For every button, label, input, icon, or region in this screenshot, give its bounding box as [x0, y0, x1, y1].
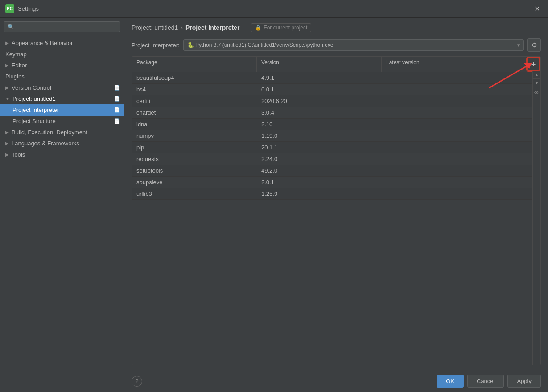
- bottom-actions: OK Cancel Apply: [437, 375, 541, 388]
- sidebar-nav: ▶ Appearance & Behavior Keymap ▶ Editor …: [0, 36, 124, 392]
- sidebar-item-editor[interactable]: ▶ Editor: [0, 60, 124, 71]
- package-cell: pip: [132, 142, 257, 153]
- breadcrumb: Project: untitled1 › Project Interpreter…: [124, 18, 548, 36]
- table-row[interactable]: idna2.10: [132, 119, 540, 130]
- sidebar-item-label: Build, Execution, Deployment: [12, 129, 87, 136]
- table-row[interactable]: chardet3.0.4: [132, 107, 540, 119]
- latest-version-cell: [382, 142, 540, 153]
- scroll-up-button[interactable]: ▲: [533, 71, 541, 79]
- add-package-button[interactable]: +: [527, 58, 540, 71]
- column-package: Package: [132, 57, 257, 72]
- breadcrumb-project: Project: untitled1: [132, 24, 178, 31]
- ok-button[interactable]: OK: [437, 375, 464, 388]
- eye-button[interactable]: 👁: [533, 89, 541, 97]
- latest-version-cell: [382, 165, 540, 176]
- help-button[interactable]: ?: [132, 376, 142, 387]
- sidebar-item-label: Plugins: [5, 73, 25, 80]
- version-cell: 1.25.9: [257, 188, 382, 199]
- version-cell: 49.2.0: [257, 165, 382, 176]
- interpreter-select[interactable]: 🐍 Python 3.7 (untitled1) G:\untitled1\ve…: [183, 39, 524, 51]
- sidebar-item-label: Project Interpreter: [12, 107, 59, 113]
- table-row[interactable]: bs40.0.1: [132, 84, 540, 95]
- search-input[interactable]: [4, 21, 120, 32]
- package-cell: setuptools: [132, 165, 257, 176]
- sidebar-item-label: Keymap: [5, 51, 27, 58]
- table-row[interactable]: numpy1.19.0: [132, 130, 540, 142]
- window-title: Settings: [18, 5, 39, 12]
- sidebar-item-label: Version Control: [12, 84, 51, 91]
- table-row[interactable]: pip20.1.1: [132, 142, 540, 153]
- copy-icon: 📄: [114, 96, 120, 102]
- package-cell: beautifulsoup4: [132, 72, 257, 83]
- table-row[interactable]: requests2.24.0: [132, 153, 540, 165]
- latest-version-cell: [382, 177, 540, 188]
- latest-version-cell: [382, 153, 540, 165]
- sidebar-item-tools[interactable]: ▶ Tools: [0, 149, 124, 160]
- sidebar-item-label: Languages & Frameworks: [12, 140, 79, 147]
- arrow-icon: ▶: [5, 63, 9, 68]
- table-row[interactable]: certifi2020.6.20: [132, 95, 540, 107]
- table-header: Package Version Latest version +: [132, 57, 540, 72]
- sidebar-item-version-control[interactable]: ▶ Version Control 📄: [0, 82, 124, 93]
- app-icon: PC: [5, 4, 14, 13]
- add-button-cell: +: [526, 57, 540, 72]
- for-current-project: 🔒 For current project: [251, 23, 311, 32]
- sidebar-item-label: Project: untitled1: [12, 95, 56, 102]
- sidebar-item-keymap[interactable]: Keymap: [0, 49, 124, 60]
- sidebar-item-label: Project Structure: [12, 118, 56, 124]
- arrow-icon: ▶: [5, 85, 9, 90]
- title-bar: PC Settings ✕: [0, 0, 548, 18]
- scroll-down-button[interactable]: ▼: [533, 79, 541, 87]
- version-cell: 1.19.0: [257, 130, 382, 141]
- sidebar: ▶ Appearance & Behavior Keymap ▶ Editor …: [0, 18, 124, 392]
- table-scrollbar: ▲ ▼ 👁: [532, 71, 540, 365]
- latest-version-cell: [382, 119, 540, 130]
- sidebar-item-languages[interactable]: ▶ Languages & Frameworks: [0, 138, 124, 149]
- gear-button[interactable]: ⚙: [527, 38, 541, 52]
- version-cell: 2020.6.20: [257, 95, 382, 107]
- sidebar-item-label: Editor: [12, 62, 27, 69]
- version-cell: 2.10: [257, 119, 382, 130]
- arrow-icon: ▶: [5, 130, 9, 135]
- content-area: Project: untitled1 › Project Interpreter…: [124, 18, 548, 392]
- package-cell: chardet: [132, 107, 257, 118]
- help-icon: ?: [135, 378, 138, 384]
- sidebar-item-appearance[interactable]: ▶ Appearance & Behavior: [0, 37, 124, 49]
- arrow-icon: ▼: [5, 96, 10, 101]
- copy-icon: 📄: [114, 85, 120, 91]
- version-cell: 2.24.0: [257, 153, 382, 165]
- close-button[interactable]: ✕: [532, 4, 543, 14]
- latest-version-cell: [382, 130, 540, 141]
- sidebar-item-project-structure[interactable]: Project Structure 📄: [0, 116, 124, 127]
- sidebar-item-project-interpreter[interactable]: Project Interpreter 📄: [0, 104, 124, 116]
- sidebar-item-label: Appearance & Behavior: [12, 40, 73, 46]
- version-cell: 2.0.1: [257, 177, 382, 188]
- sidebar-item-plugins[interactable]: Plugins: [0, 71, 124, 82]
- column-version: Version: [257, 57, 382, 72]
- sidebar-item-label: Tools: [12, 151, 25, 158]
- package-cell: bs4: [132, 84, 257, 95]
- version-cell: 4.9.1: [257, 72, 382, 83]
- table-row[interactable]: soupsieve2.0.1: [132, 177, 540, 188]
- package-cell: certifi: [132, 95, 257, 107]
- version-cell: 0.0.1: [257, 84, 382, 95]
- package-cell: requests: [132, 153, 257, 165]
- table-row[interactable]: urllib31.25.9: [132, 188, 540, 200]
- version-cell: 20.1.1: [257, 142, 382, 153]
- sidebar-item-project-untitled1[interactable]: ▼ Project: untitled1 📄: [0, 93, 124, 104]
- table-body: beautifulsoup44.9.1bs40.0.1certifi2020.6…: [132, 72, 540, 365]
- package-cell: soupsieve: [132, 177, 257, 188]
- copy-icon: 📄: [114, 107, 120, 113]
- for-current-project-label: For current project: [264, 25, 307, 31]
- table-row[interactable]: setuptools49.2.0: [132, 165, 540, 177]
- bottom-bar: ? OK Cancel Apply: [124, 370, 548, 392]
- sidebar-item-build-execution[interactable]: ▶ Build, Execution, Deployment: [0, 127, 124, 138]
- gear-icon: ⚙: [532, 41, 537, 49]
- latest-version-cell: [382, 188, 540, 199]
- main-layout: ▶ Appearance & Behavior Keymap ▶ Editor …: [0, 18, 548, 392]
- cancel-button[interactable]: Cancel: [467, 375, 504, 388]
- apply-button[interactable]: Apply: [507, 375, 541, 388]
- package-cell: urllib3: [132, 188, 257, 199]
- table-row[interactable]: beautifulsoup44.9.1: [132, 72, 540, 84]
- version-cell: 3.0.4: [257, 107, 382, 118]
